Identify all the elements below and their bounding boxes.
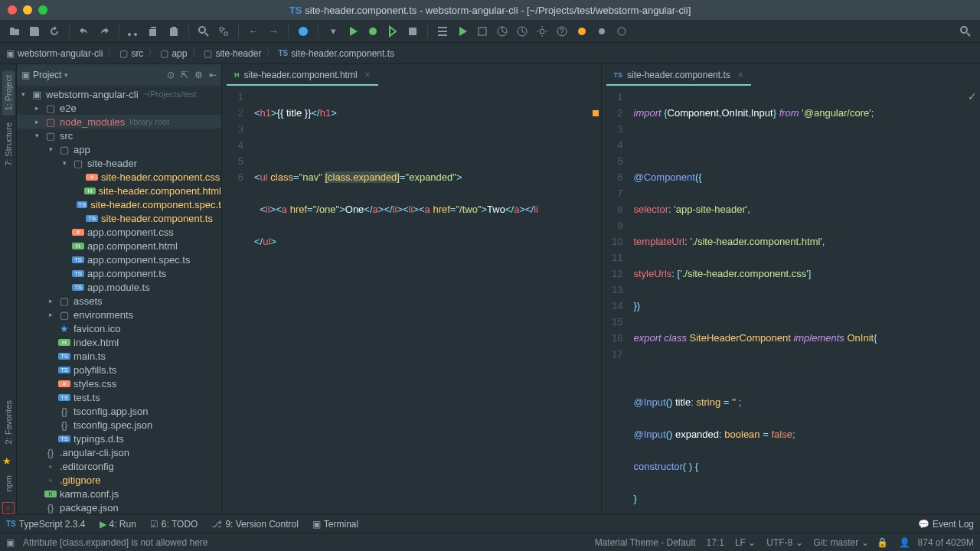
paste-icon[interactable] (165, 23, 182, 40)
run-config-dropdown[interactable]: ▾ (325, 23, 341, 40)
run-tool[interactable]: ▶4: Run (100, 519, 136, 530)
crumb-dir[interactable]: ▢site-header〉 (204, 47, 275, 60)
window-controls (8, 5, 47, 15)
coverage-icon[interactable] (384, 23, 401, 40)
open-icon[interactable] (6, 23, 23, 40)
tab-html[interactable]: H site-header.component.html × (227, 66, 378, 86)
project-panel-header: ▣ Project ▾ ⊙ ⇱ ⚙ ⇤ (17, 64, 221, 86)
list-icon[interactable] (434, 23, 451, 40)
rail-npm[interactable]: npm (2, 471, 15, 496)
scroll-from-icon[interactable]: ⊙ (167, 70, 175, 80)
svg-text:?: ? (560, 28, 564, 36)
material-icon[interactable] (573, 23, 590, 40)
close-tab-icon[interactable]: × (738, 70, 743, 80)
editor-tabs-right: TS site-header.component.ts × (602, 64, 981, 86)
undo-icon[interactable] (76, 23, 93, 40)
svg-point-10 (578, 28, 586, 35)
ext-icon[interactable] (613, 23, 630, 40)
ts-file-icon: TS (614, 71, 623, 79)
ts-file-icon: TS (289, 5, 302, 16)
crumb-app[interactable]: ▢app〉 (160, 47, 201, 60)
todo-tool[interactable]: ☑6: TODO (150, 519, 198, 530)
code-editor-html[interactable]: 123456 <h1>{{ title }}</h1> <ul class="n… (222, 86, 601, 514)
main-toolbar: ← → ▾ ? (0, 20, 980, 43)
project-tree[interactable]: ▾▣webstorm-angular-cli~/Projects/test ▸▢… (17, 86, 221, 514)
editor-pane-right: TS site-header.component.ts × 1234567891… (602, 64, 981, 514)
panel-settings-icon[interactable]: ⚙ (194, 70, 203, 80)
crumb-root[interactable]: ▣webstorm-angular-cli〉 (6, 47, 116, 60)
copy-icon[interactable] (145, 23, 162, 40)
breadcrumb: ▣webstorm-angular-cli〉 ▢src〉 ▢app〉 ▢site… (0, 43, 980, 64)
replace-icon[interactable] (215, 23, 232, 40)
status-memory[interactable]: 874 of 4029M (918, 537, 974, 548)
lock-icon[interactable]: 🔒 (877, 537, 888, 548)
rail-project[interactable]: 1: Project (2, 70, 15, 115)
bottom-tool-bar: TSTypeScript 2.3.4 ▶4: Run ☑6: TODO ⎇9: … (0, 514, 980, 533)
minimize-window-button[interactable] (23, 5, 32, 15)
crumb-file[interactable]: TSsite-header.component.ts (278, 48, 394, 59)
status-git[interactable]: Git: master ⌄ (814, 537, 869, 548)
window-title: TSsite-header.component.ts - webstorm-an… (289, 5, 691, 16)
project-panel: ▣ Project ▾ ⊙ ⇱ ⚙ ⇤ ▾▣webstorm-angular-c… (17, 64, 222, 514)
typescript-tool[interactable]: TSTypeScript 2.3.4 (6, 519, 86, 530)
run2-icon[interactable] (454, 23, 471, 40)
hide-panel-icon[interactable]: ⇤ (209, 70, 217, 80)
status-corner-icon[interactable]: ▣ (6, 537, 17, 548)
crumb-src[interactable]: ▢src〉 (119, 47, 157, 60)
update-icon[interactable] (494, 23, 511, 40)
commit-icon[interactable] (295, 23, 312, 40)
terminal-tool[interactable]: ▣Terminal (312, 519, 358, 530)
status-line-sep[interactable]: LF ⌄ (735, 537, 756, 548)
cut-icon[interactable] (126, 23, 142, 40)
status-linecol[interactable]: 17:1 (707, 537, 724, 548)
debug-icon[interactable] (364, 23, 381, 40)
svg-point-2 (369, 28, 377, 35)
rail-favorites[interactable]: 2: Favorites (2, 396, 15, 448)
close-tab-icon[interactable]: × (365, 70, 371, 80)
close-window-button[interactable] (8, 5, 17, 15)
left-tool-rail: 1: Project 7: Structure 2: Favorites ★ n… (0, 64, 17, 514)
svg-rect-4 (479, 28, 486, 35)
status-inspection-icon[interactable]: 👤 (899, 537, 910, 548)
refresh-icon[interactable] (46, 23, 63, 40)
code-editor-ts[interactable]: 12345678910111213◉14151617 import {Compo… (602, 86, 981, 514)
forward-icon[interactable]: → (265, 23, 282, 40)
idea-icon[interactable] (593, 23, 610, 40)
stop-icon[interactable] (404, 23, 421, 40)
redo-icon[interactable] (96, 23, 113, 40)
tree-node-modules[interactable]: ▸▢node_moduleslibrary root (17, 115, 221, 129)
html-file-icon: H (234, 71, 240, 79)
run-icon[interactable] (345, 23, 361, 40)
project-panel-title: Project (33, 70, 61, 80)
inspection-ok-icon[interactable]: ✓ (968, 89, 977, 105)
attach-icon[interactable] (474, 23, 491, 40)
editor-split: H site-header.component.html × 123456 <h… (222, 64, 980, 514)
vc-tool[interactable]: ⎇9: Version Control (211, 519, 298, 530)
status-encoding[interactable]: UTF-8 ⌄ (766, 537, 802, 548)
status-message: Attribute [class.expanded] is not allowe… (23, 537, 207, 548)
tab-ts[interactable]: TS site-header.component.ts × (606, 66, 751, 86)
editor-tabs-left: H site-header.component.html × (222, 64, 601, 86)
folder-icon: ▣ (21, 70, 30, 80)
settings-icon[interactable] (534, 23, 550, 40)
maximize-window-button[interactable] (38, 5, 47, 15)
back-icon[interactable]: ← (245, 23, 262, 40)
svg-rect-3 (409, 28, 416, 35)
find-icon[interactable] (195, 23, 212, 40)
svg-point-11 (599, 28, 605, 34)
history-icon[interactable] (514, 23, 531, 40)
marker-strip-right: ✓ (969, 86, 980, 514)
line-gutter: 123456 (222, 86, 250, 514)
status-theme[interactable]: Material Theme - Default (595, 537, 696, 548)
marker-strip (590, 86, 601, 514)
warning-marker[interactable] (593, 110, 599, 116)
rail-structure[interactable]: 7: Structure (2, 118, 15, 171)
editor-pane-left: H site-header.component.html × 123456 <h… (222, 64, 602, 514)
save-icon[interactable] (26, 23, 43, 40)
project-view-dropdown[interactable]: ▾ (64, 71, 68, 79)
svg-point-1 (299, 27, 308, 36)
event-log-tool[interactable]: 💬Event Log (918, 519, 974, 530)
help-icon[interactable]: ? (554, 23, 570, 40)
search-everywhere-icon[interactable] (957, 23, 974, 40)
collapse-all-icon[interactable]: ⇱ (181, 70, 188, 80)
